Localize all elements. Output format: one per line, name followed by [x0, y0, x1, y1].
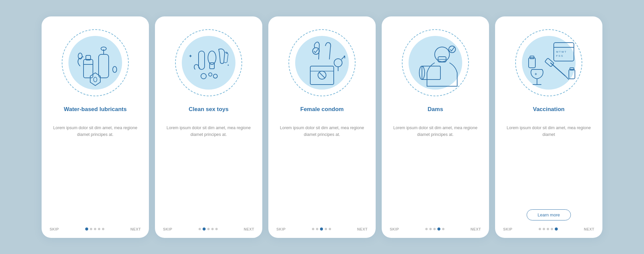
dots-4 [425, 227, 444, 231]
dot-4-2 [433, 228, 436, 230]
dot-5-2 [547, 228, 549, 230]
dot-4-3 [437, 227, 440, 231]
skip-btn-5[interactable]: SKIP [503, 227, 513, 231]
dot-4-0 [425, 228, 428, 230]
illustration-condom [285, 26, 359, 100]
dot-5-1 [543, 228, 545, 230]
svg-rect-38 [545, 58, 554, 66]
dot-1-4 [102, 228, 104, 230]
dot-2-2 [207, 228, 210, 230]
svg-point-24 [334, 59, 342, 67]
svg-point-9 [94, 77, 97, 82]
next-btn-5[interactable]: NEXT [584, 227, 594, 231]
svg-rect-13 [199, 51, 205, 69]
svg-rect-45 [569, 69, 575, 79]
next-btn-3[interactable]: NEXT [357, 227, 368, 231]
illustration-toys: ✦ ✦ ✦ [172, 26, 246, 100]
card-text-3: Lorem ipsum dolor sit dim amet, mea regi… [276, 124, 368, 218]
dot-3-4 [329, 228, 331, 230]
learn-more-button[interactable]: Learn more [527, 209, 571, 220]
card-text-5: Lorem ipsum dolor sit dim amet, mea regi… [503, 124, 594, 204]
dots-5 [539, 227, 558, 231]
svg-text:M T W T: M T W T [556, 50, 566, 53]
svg-line-22 [319, 72, 325, 78]
illustration-vaccination: M T W T F S S + [512, 26, 586, 100]
dot-2-4 [215, 228, 218, 230]
svg-line-39 [566, 76, 569, 80]
skip-btn-4[interactable]: SKIP [390, 227, 399, 231]
dot-4-4 [442, 228, 444, 230]
dot-3-0 [312, 228, 314, 230]
dot-2-0 [199, 228, 201, 230]
skip-btn-3[interactable]: SKIP [276, 227, 286, 231]
next-btn-2[interactable]: NEXT [244, 227, 254, 231]
svg-text:✦: ✦ [227, 64, 229, 67]
skip-btn-2[interactable]: SKIP [163, 227, 172, 231]
dot-3-2 [320, 227, 323, 231]
dot-2-3 [211, 228, 214, 230]
cards-container: Water-based lubricants Lorem ipsum dolor… [28, 6, 616, 248]
dot-5-3 [551, 228, 553, 230]
next-btn-4[interactable]: NEXT [471, 227, 481, 231]
svg-point-7 [113, 66, 117, 72]
card-female-condom: Female condom Lorem ipsum dolor sit dim … [268, 16, 376, 238]
skip-btn-1[interactable]: SKIP [50, 227, 59, 231]
card-title-5: Vaccination [533, 106, 565, 120]
svg-text:F S S: F S S [556, 54, 563, 57]
svg-text:+: + [535, 72, 537, 77]
svg-rect-3 [99, 54, 109, 78]
dot-5-4 [555, 227, 558, 231]
svg-point-16 [201, 73, 206, 79]
dots-2 [199, 227, 218, 231]
dot-1-3 [98, 228, 100, 230]
card-title-3: Female condom [300, 106, 343, 120]
dot-4-1 [429, 228, 432, 230]
card-title-2: Clean sex toys [189, 106, 228, 120]
svg-point-17 [209, 73, 212, 76]
card-footer-5: SKIP NEXT [503, 224, 594, 231]
dot-1-1 [90, 228, 92, 230]
card-dams: Dams Lorem ipsum dolor sit dim amet, mea… [382, 16, 489, 238]
svg-point-18 [213, 74, 217, 78]
card-title-4: Dams [428, 106, 443, 120]
svg-line-26 [341, 56, 345, 59]
dot-5-0 [539, 228, 541, 230]
card-text-4: Lorem ipsum dolor sit dim amet, mea regi… [390, 124, 481, 218]
dots-3 [312, 227, 331, 231]
card-text-2: Lorem ipsum dolor sit dim amet, mea regi… [163, 124, 254, 218]
card-title-1: Water-based lubricants [64, 106, 126, 120]
card-footer-4: SKIP NEXT [390, 224, 481, 231]
svg-rect-43 [529, 58, 535, 68]
card-clean-toys: ✦ ✦ ✦ Clean sex toys Lorem ipsum dolor [155, 16, 262, 238]
card-footer-1: SKIP NEXT [50, 224, 141, 231]
dots-1 [85, 227, 104, 231]
card-text-1: Lorem ipsum dolor sit dim amet, mea regi… [50, 124, 141, 218]
dot-3-3 [325, 228, 327, 230]
dot-1-0 [85, 227, 88, 231]
card-water-lubricants: Water-based lubricants Lorem ipsum dolor… [42, 16, 149, 238]
svg-text:✦: ✦ [189, 53, 193, 59]
illustration-dams [398, 26, 472, 100]
card-vaccination: M T W T F S S + Vaccination Lorem ipsu [495, 16, 602, 238]
svg-point-23 [313, 48, 319, 54]
next-btn-1[interactable]: NEXT [130, 227, 141, 231]
dot-2-1 [203, 227, 206, 231]
card-footer-2: SKIP NEXT [163, 224, 254, 231]
illustration-lubricants [58, 26, 132, 100]
svg-point-30 [449, 46, 455, 53]
dot-1-2 [94, 228, 96, 230]
dot-3-1 [316, 228, 318, 230]
card-footer-3: SKIP NEXT [276, 224, 368, 231]
